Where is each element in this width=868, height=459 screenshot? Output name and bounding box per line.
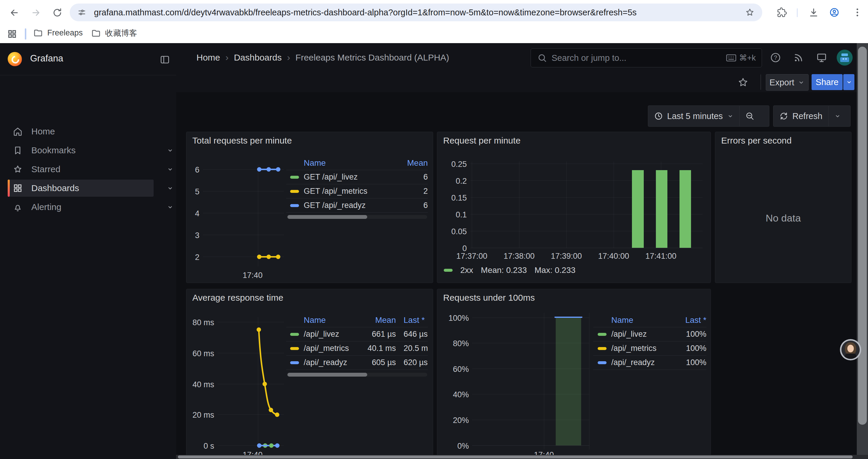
panel-total-requests[interactable]: Total requests per minute 6 5 4 3 2 17:4… — [186, 132, 433, 283]
sidebar-item-bookmarks[interactable]: Bookmarks — [5, 142, 170, 159]
chevron-down-icon — [846, 79, 852, 85]
reload-icon[interactable] — [52, 7, 63, 18]
bookmark-folder-blogs[interactable]: 收藏博客 — [91, 28, 137, 38]
grafana-logo[interactable] — [8, 52, 22, 66]
sidebar-item-dashboards[interactable]: Dashboards — [5, 179, 170, 197]
legend-scrollbar[interactable] — [287, 373, 427, 376]
profile-icon[interactable] — [829, 7, 840, 18]
legend-header-name[interactable]: Name — [611, 316, 674, 325]
legend-header-name[interactable]: Name — [304, 316, 358, 325]
sidebar-item-alerting[interactable]: Alerting — [5, 198, 170, 216]
bar-2xx — [680, 170, 691, 248]
breadcrumb-separator: › — [287, 52, 290, 63]
series-color-pill — [290, 190, 299, 193]
panel-errors-per-second[interactable]: Errors per second No data — [715, 132, 851, 283]
browser-menu-icon[interactable] — [852, 7, 863, 18]
legend-row[interactable]: /api/_readyz 100% — [593, 355, 706, 369]
download-icon[interactable] — [808, 7, 819, 18]
favorite-star-icon[interactable] — [737, 77, 749, 88]
vertical-scrollbar-thumb[interactable] — [858, 47, 867, 425]
legend-row[interactable]: /api/_metrics 40.1 ms 20.5 ms — [286, 341, 428, 355]
share-button[interactable]: Share — [812, 74, 843, 90]
legend-row[interactable]: /api/_readyz 605 µs 620 µs — [286, 355, 428, 369]
legend-header-name[interactable]: Name — [304, 158, 407, 168]
data-point — [257, 444, 261, 448]
x-tick: 17:38:00 — [495, 252, 543, 261]
legend-row[interactable]: GET /api/_livez 6 — [286, 170, 428, 184]
sidebar: Grafana Home Bookmarks Starred — [0, 43, 176, 459]
search-placeholder: Search or jump to... — [552, 53, 626, 63]
panel-requests-under-100ms[interactable]: Requests under 100ms 100% 80% 60% 40% 20… — [437, 289, 711, 459]
legend-row[interactable]: GET /api/_readyz 6 — [286, 198, 428, 212]
floating-avatar[interactable] — [840, 339, 861, 360]
chevron-down-icon[interactable] — [166, 165, 174, 173]
series-color-pill — [598, 347, 607, 350]
panel-title: Errors per second — [721, 136, 792, 145]
y-tick: 0 s — [187, 441, 214, 451]
horizontal-scrollbar-thumb[interactable] — [178, 455, 852, 458]
forward-icon[interactable] — [31, 7, 41, 18]
chevron-down-icon[interactable] — [166, 146, 174, 155]
legend-header-last[interactable]: Last * — [396, 316, 428, 325]
collapse-sidebar-icon[interactable] — [159, 54, 170, 65]
breadcrumb-dashboards[interactable]: Dashboards — [234, 53, 282, 63]
legend-header-last[interactable]: Last * — [674, 316, 706, 325]
share-menu-button[interactable] — [843, 74, 855, 90]
rss-icon[interactable] — [793, 52, 804, 63]
legend-header-mean[interactable]: Mean — [407, 158, 428, 168]
clock-icon — [654, 112, 663, 121]
time-range-picker[interactable]: Last 5 minutes — [648, 106, 740, 126]
y-tick: 0% — [440, 441, 469, 451]
y-tick: 80 ms — [187, 318, 214, 327]
help-icon[interactable]: ? — [770, 52, 781, 63]
legend-row[interactable]: /api/_livez 661 µs 646 µs — [286, 327, 428, 341]
sidebar-item-home[interactable]: Home — [5, 123, 170, 140]
panel-request-per-minute[interactable]: Request per minute 0.25 0.2 0.15 0.1 0.0… — [437, 132, 711, 283]
x-tick: 17:40 — [238, 271, 267, 280]
zoom-out-button[interactable] — [740, 106, 760, 126]
chevron-down-icon[interactable] — [166, 203, 174, 211]
user-avatar[interactable] — [837, 50, 852, 66]
breadcrumb: Home › Dashboards › Freeleaps Metrics Da… — [196, 52, 449, 63]
chevron-down-icon[interactable] — [166, 184, 174, 192]
breadcrumb-home[interactable]: Home — [196, 53, 220, 63]
toolbar-divider — [797, 8, 798, 17]
url-text[interactable]: grafana.mathmast.com/d/deytv4rwavabkb/fr… — [94, 8, 762, 18]
back-icon[interactable] — [9, 7, 20, 18]
extensions-icon[interactable] — [776, 7, 787, 18]
x-tick: 17:40:00 — [590, 252, 637, 261]
panel-avg-response-time[interactable]: Average response time 80 ms 60 ms 40 ms … — [186, 289, 433, 459]
sidebar-header: Grafana — [0, 43, 176, 75]
url-bar[interactable]: grafana.mathmast.com/d/deytv4rwavabkb/fr… — [70, 4, 762, 21]
y-tick: 4 — [187, 209, 199, 218]
legend-inline[interactable]: 2xx Mean: 0.233 Max: 0.233 — [444, 266, 576, 275]
refresh-interval-button[interactable] — [829, 106, 846, 126]
legend-scrollbar[interactable] — [287, 215, 427, 219]
legend-row[interactable]: /api/_livez 100% — [593, 327, 706, 341]
sidebar-item-label: Home — [31, 126, 55, 136]
search-input[interactable]: Search or jump to... ⌘+k — [531, 48, 762, 67]
legend-row[interactable]: /api/_metrics 100% — [593, 341, 706, 355]
export-button[interactable]: Export — [766, 74, 809, 91]
bell-icon — [12, 202, 23, 212]
data-point — [257, 167, 261, 172]
refresh-button[interactable]: Refresh — [773, 106, 829, 126]
bookmark-icon — [12, 145, 23, 156]
sidebar-item-label: Bookmarks — [31, 145, 75, 155]
bookmark-star-icon[interactable] — [745, 8, 754, 17]
bookmark-folder-freeleaps[interactable]: Freeleaps — [33, 28, 83, 38]
no-data-message: No data — [715, 212, 851, 224]
breadcrumb-separator: › — [225, 52, 229, 63]
sidebar-item-starred[interactable]: Starred — [5, 161, 170, 178]
apps-grid-icon[interactable] — [7, 29, 17, 39]
series-color-pill — [290, 347, 299, 350]
star-icon — [12, 164, 23, 174]
y-tick: 0.2 — [440, 177, 467, 186]
series-color-pill — [290, 204, 299, 207]
folder-icon — [33, 28, 43, 38]
legend-row[interactable]: GET /api/_metrics 2 — [286, 184, 428, 198]
monitor-icon[interactable] — [816, 52, 827, 63]
legend-header-mean[interactable]: Mean — [358, 316, 396, 325]
site-settings-icon[interactable] — [78, 8, 86, 17]
bar-2xx — [632, 170, 644, 248]
